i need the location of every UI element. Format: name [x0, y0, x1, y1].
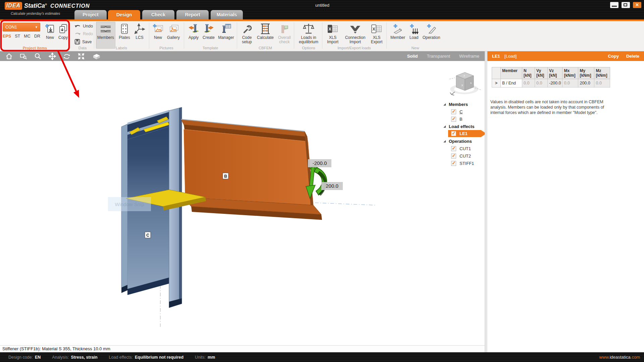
loads-in-equilibrium-button[interactable]: Loads in equilibrium: [297, 22, 321, 44]
tree-item-cut1[interactable]: CUT1: [441, 145, 485, 152]
copy-project-item-button[interactable]: Copy: [56, 22, 70, 40]
tree-section-operations[interactable]: Operations: [441, 137, 485, 145]
pan-icon[interactable]: [49, 53, 56, 60]
tree-item-le1[interactable]: LE1: [441, 130, 485, 137]
tree-section-members[interactable]: Members: [441, 101, 485, 108]
minimize-button[interactable]: [610, 2, 619, 8]
mode-eps[interactable]: EPS: [3, 34, 11, 39]
tree-item-le1-selected[interactable]: LE1: [448, 130, 485, 137]
new-member-button[interactable]: Member: [389, 22, 407, 40]
tree-item-label[interactable]: C: [460, 109, 463, 114]
template-manager-button[interactable]: Manager: [217, 22, 235, 40]
delete-load-button[interactable]: Delete: [626, 54, 639, 59]
new-operation-button[interactable]: Operation: [421, 22, 441, 40]
zoom-selection-icon[interactable]: [20, 53, 27, 60]
overall-check-button[interactable]: Overall check: [276, 22, 292, 44]
analysis-value[interactable]: Stress, strain: [71, 355, 97, 360]
new-load-button[interactable]: Load: [407, 22, 421, 40]
tab-check[interactable]: Check: [142, 10, 174, 19]
module-name: CONNECTION: [50, 3, 90, 9]
close-button[interactable]: ✕: [633, 2, 641, 8]
viewport-3d[interactable]: -200.0 200.0 B C Window Snip: [0, 61, 485, 345]
calculate-button[interactable]: Calculate: [256, 22, 275, 40]
tree-item-c[interactable]: C: [441, 108, 485, 115]
tree-item-label[interactable]: CUT1: [460, 146, 471, 151]
undo-button[interactable]: Undo: [74, 23, 93, 28]
expander-icon[interactable]: [443, 140, 446, 142]
solid-box-icon[interactable]: [92, 53, 101, 60]
view-mode-transparent[interactable]: Transparent: [427, 54, 450, 59]
new-picture-button[interactable]: New: [152, 22, 164, 40]
analysis-label: Analysis:: [52, 355, 69, 360]
plates-labels-button[interactable]: Plates: [117, 22, 132, 40]
rotate-view-icon[interactable]: [63, 53, 70, 60]
load-value-label-vz[interactable]: 200.0: [321, 182, 343, 190]
expander-icon[interactable]: [443, 125, 446, 128]
code-setup-button[interactable]: Code setup: [239, 22, 254, 44]
checkbox-stiff1[interactable]: [451, 161, 456, 166]
cell-mx[interactable]: 0.0: [562, 79, 578, 87]
mode-st[interactable]: ST: [15, 34, 20, 39]
tree-item-stiff1[interactable]: STIFF1: [441, 160, 485, 167]
cell-my[interactable]: 200.0: [578, 79, 594, 87]
create-template-button[interactable]: Create: [201, 22, 216, 40]
cell-vy[interactable]: 0.0: [535, 79, 548, 87]
tree-item-b[interactable]: B: [441, 115, 485, 123]
view-mode-wireframe[interactable]: Wireframe: [459, 54, 479, 59]
tab-report[interactable]: Report: [176, 10, 209, 19]
cell-mz[interactable]: 0.0: [594, 79, 610, 87]
cell-n[interactable]: 0.0: [522, 79, 535, 87]
mode-dr[interactable]: DR: [34, 34, 40, 39]
project-item-selector[interactable]: CON1 ▼: [3, 23, 40, 32]
maximize-button[interactable]: [622, 2, 630, 8]
members-labels-button[interactable]: Members: [96, 22, 115, 49]
apply-template-icon: [188, 22, 199, 36]
tree-section-load-effects[interactable]: Load effects: [441, 123, 485, 130]
panel-splitter[interactable]: [485, 51, 487, 352]
connection-import-icon: [349, 22, 361, 36]
member-label-c[interactable]: C: [145, 232, 151, 238]
load-effects-value[interactable]: Equilibrium not required: [135, 355, 183, 360]
lcs-labels-button[interactable]: LCS: [133, 22, 146, 40]
row-selector[interactable]: >: [492, 79, 501, 87]
copy-load-button[interactable]: Copy: [608, 54, 619, 59]
xls-export-button[interactable]: X XLS Export: [369, 22, 384, 44]
tab-project[interactable]: Project: [74, 10, 107, 19]
checkbox-le1[interactable]: [451, 131, 456, 136]
tree-item-cut2[interactable]: CUT2: [441, 152, 485, 160]
apply-template-button[interactable]: Apply: [186, 22, 201, 40]
svg-text:y: y: [462, 83, 463, 86]
cell-vz[interactable]: -200.0: [548, 79, 562, 87]
checkbox-b[interactable]: [451, 117, 456, 122]
zoom-fit-icon[interactable]: [77, 53, 85, 60]
navigation-cube[interactable]: z y s: [447, 69, 482, 99]
new-project-item-button[interactable]: New: [44, 22, 56, 40]
expander-icon[interactable]: [443, 103, 446, 106]
undo-icon: [74, 23, 81, 28]
checkbox-cut1[interactable]: [451, 146, 456, 151]
tree-item-label[interactable]: CUT2: [460, 154, 471, 159]
gallery-button[interactable]: Gallery: [165, 22, 182, 40]
connection-import-button[interactable]: Connection Import: [343, 22, 368, 44]
xls-import-button[interactable]: X XLS Import: [325, 22, 341, 44]
tab-materials[interactable]: Materials: [211, 10, 243, 19]
zoom-icon[interactable]: [34, 53, 42, 60]
redo-button[interactable]: Redo: [74, 31, 93, 36]
design-code-value[interactable]: EN: [35, 355, 41, 360]
beam-member-b[interactable]: [181, 119, 322, 220]
status-bar: Design code: EN Analysis: Stress, strain…: [0, 352, 644, 362]
website-link[interactable]: www.ideastatica.com: [599, 355, 644, 360]
mode-mc[interactable]: MC: [24, 34, 30, 39]
tree-item-label[interactable]: LE1: [460, 131, 468, 136]
home-view-icon[interactable]: [5, 53, 13, 60]
member-label-b[interactable]: B: [223, 173, 228, 179]
view-mode-solid[interactable]: Solid: [407, 54, 418, 59]
checkbox-cut2[interactable]: [451, 154, 456, 159]
save-button[interactable]: Save: [74, 39, 92, 45]
tab-design[interactable]: Design: [108, 10, 140, 19]
checkbox-c[interactable]: [451, 109, 456, 114]
units-value[interactable]: mm: [208, 355, 215, 360]
load-value-label-my[interactable]: -200.0: [308, 159, 331, 167]
tree-item-label[interactable]: B: [460, 117, 463, 122]
tree-item-label[interactable]: STIFF1: [460, 161, 474, 166]
